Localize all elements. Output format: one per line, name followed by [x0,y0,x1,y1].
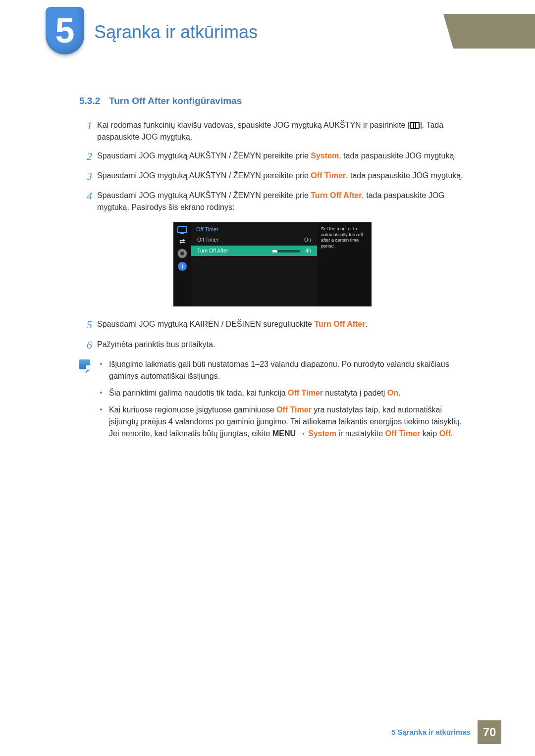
osd-main: Off Timer Off Timer On Turn Off After 4h [191,222,317,306]
section-number: 5.3.2 [79,96,100,106]
chapter-title: Sąranka ir atkūrimas [94,19,258,46]
step-1: 1 Kai rodomas funkcinių klavišų vadovas,… [79,119,466,143]
step-3: 3 Spausdami JOG mygtuką AUKŠTYN / ŽEMYN … [79,170,466,183]
step-text: Pažymėta parinktis bus pritaikyta. [97,339,466,351]
step-2: 2 Spausdami JOG mygtuką AUKŠTYN / ŽEMYN … [79,150,466,163]
step-text: Spausdami JOG mygtuką AUKŠTYN / ŽEMYN pe… [97,190,466,213]
monitor-icon [177,226,187,233]
gear-icon [178,249,187,258]
text: kaip [420,429,439,438]
step-number: 2 [79,150,92,163]
menu-icon [410,122,420,129]
step-number: 5 [79,318,92,331]
keyword: Off Timer [288,389,323,397]
header-accent [453,14,535,49]
step-text: Kai rodomas funkcinių klavišų vadovas, s… [97,119,466,143]
bullet-text: Kai kuriuose regionuose įsigytuose gamin… [109,404,466,440]
text: . [365,320,367,328]
chapter-badge: 5 [46,7,84,54]
note-icon [79,359,90,369]
arrows-icon: ⇄ [177,237,187,245]
osd-slider [272,250,300,252]
text: ir nustatykite [336,429,385,438]
keyword: System [308,429,336,438]
footer: 5 Sąranka ir atkūrimas 70 [391,720,501,744]
keyword: Off Timer [311,171,346,180]
keyword: System [311,151,339,160]
osd-label: Off Timer [197,236,218,244]
text: Kai kuriuose regionuose įsigytuose gamin… [109,405,276,414]
text: Spausdami JOG mygtuką AUKŠTYN / ŽEMYN pe… [97,171,311,180]
text: nustatyta į padėtį [323,389,387,397]
keyword: Off Timer [276,405,312,414]
keyword: On [387,389,398,397]
note-bullets: Išjungimo laikmatis gali būti nustatomas… [100,358,466,445]
osd-value: 4h [305,247,311,255]
osd-label: Turn Off After [197,247,228,255]
text: , tada paspauskite JOG mygtuką. [346,171,463,180]
keyword: MENU [272,429,296,438]
text: . [451,429,453,438]
footer-text: 5 Sąranka ir atkūrimas [391,727,471,738]
step-number: 1 [79,119,92,132]
step-text: Spausdami JOG mygtuką KAIRĖN / DEŠINĖN s… [97,318,466,330]
info-icon: i [178,262,187,271]
step-number: 3 [79,170,92,183]
text: . [398,389,400,397]
bullet-text: Šia parinktimi galima naudotis tik tada,… [109,387,400,399]
bullet: Išjungimo laikmatis gali būti nustatomas… [100,358,466,382]
text: Kai rodomas funkcinių klavišų vadovas, s… [97,121,410,129]
section-title: Turn Off After konfigūravimas [109,96,242,106]
keyword: Off [439,429,451,438]
osd-help: Set the monitor to automatically turn of… [317,222,372,306]
bullet-dot-icon [100,363,102,365]
text: Šia parinktimi galima naudotis tik tada,… [109,389,288,397]
bullet: Šia parinktimi galima naudotis tik tada,… [100,387,466,399]
step-text: Spausdami JOG mygtuką AUKŠTYN / ŽEMYN pe… [97,150,466,162]
page-number: 70 [478,720,501,744]
text: Spausdami JOG mygtuką AUKŠTYN / ŽEMYN pe… [97,151,311,160]
bullet-text: Išjungimo laikmatis gali būti nustatomas… [109,358,466,382]
bullet-dot-icon [100,392,102,394]
osd-row: Off Timer On [191,235,317,246]
step-4: 4 Spausdami JOG mygtuką AUKŠTYN / ŽEMYN … [79,190,466,213]
arrow-icon: → [296,429,308,438]
step-text: Spausdami JOG mygtuką AUKŠTYN / ŽEMYN pe… [97,170,466,182]
bullet-dot-icon [100,408,102,410]
keyword: Off Timer [385,429,421,438]
step-number: 4 [79,190,92,202]
step-6: 6 Pažymėta parinktis bus pritaikyta. [79,339,466,352]
osd-title: Off Timer [191,222,317,235]
bullet: Kai kuriuose regionuose įsigytuose gamin… [100,404,466,440]
text: Spausdami JOG mygtuką KAIRĖN / DEŠINĖN s… [97,320,314,328]
content-area: 5.3.2 Turn Off After konfigūravimas 1 Ka… [79,94,466,445]
keyword: Turn Off After [314,320,365,328]
osd-row-selected: Turn Off After 4h [191,246,317,256]
osd-screenshot: ⇄ i Off Timer Off Timer On Turn Off Afte… [173,222,372,306]
osd-value: On [304,236,311,244]
step-5: 5 Spausdami JOG mygtuką KAIRĖN / DEŠINĖN… [79,318,466,331]
note-block: Išjungimo laikmatis gali būti nustatomas… [79,358,466,445]
text: Spausdami JOG mygtuką AUKŠTYN / ŽEMYN pe… [97,191,311,200]
section-heading: 5.3.2 Turn Off After konfigūravimas [79,94,466,108]
keyword: Turn Off After [311,191,362,200]
step-number: 6 [79,339,92,352]
text: , tada paspauskite JOG mygtuką. [339,151,456,160]
osd-sidebar: ⇄ i [173,222,191,306]
